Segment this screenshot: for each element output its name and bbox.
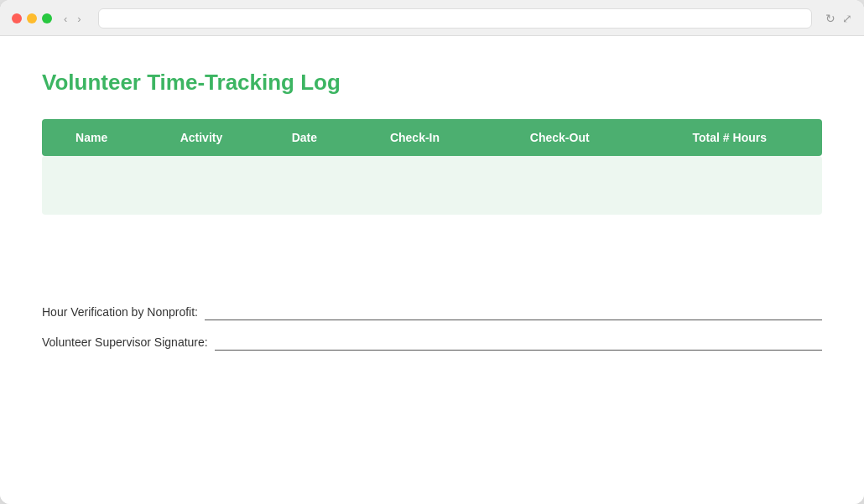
browser-chrome: ‹ › ↻ ⤢ (0, 0, 864, 36)
cell-date[interactable] (262, 156, 347, 215)
cell-checkout[interactable] (482, 215, 638, 273)
refresh-icon[interactable]: ↻ (825, 12, 835, 25)
col-header-checkin: Check-In (347, 119, 482, 156)
cell-checkin[interactable] (347, 156, 482, 215)
log-table: Name Activity Date Check-In Check-Out To… (42, 119, 822, 273)
cell-hours[interactable] (638, 215, 822, 273)
cell-activity[interactable] (141, 215, 261, 273)
maximize-button[interactable] (42, 13, 52, 23)
cell-activity[interactable] (141, 156, 261, 215)
back-button[interactable]: ‹ (60, 11, 70, 27)
minimize-button[interactable] (27, 13, 37, 23)
address-bar[interactable] (98, 8, 812, 29)
browser-content: Volunteer Time-Tracking Log Name Activit… (0, 36, 864, 504)
verification-label: Hour Verification by Nonprofit: (42, 305, 198, 319)
col-header-activity: Activity (141, 119, 261, 156)
cell-name[interactable] (42, 215, 141, 273)
verification-row: Hour Verification by Nonprofit: (42, 304, 822, 320)
table-header-row: Name Activity Date Check-In Check-Out To… (42, 119, 822, 156)
forward-button[interactable]: › (74, 11, 84, 27)
traffic-lights (12, 13, 52, 23)
signature-label: Volunteer Supervisor Signature: (42, 335, 208, 349)
cell-date[interactable] (262, 215, 347, 273)
form-section: Hour Verification by Nonprofit: Voluntee… (42, 304, 822, 351)
col-header-date: Date (262, 119, 347, 156)
table-row (42, 156, 822, 215)
cell-name[interactable] (42, 156, 141, 215)
browser-actions: ↻ ⤢ (825, 12, 852, 25)
close-button[interactable] (12, 13, 22, 23)
verification-input[interactable] (205, 304, 822, 320)
col-header-checkout: Check-Out (482, 119, 638, 156)
col-header-hours: Total # Hours (638, 119, 822, 156)
cell-checkin[interactable] (347, 215, 482, 273)
cell-checkout[interactable] (482, 156, 638, 215)
signature-input[interactable] (215, 334, 822, 351)
cell-hours[interactable] (638, 156, 822, 215)
nav-buttons: ‹ › (60, 11, 85, 27)
col-header-name: Name (42, 119, 141, 156)
signature-row: Volunteer Supervisor Signature: (42, 334, 822, 351)
table-row (42, 215, 822, 273)
page-title: Volunteer Time-Tracking Log (42, 70, 822, 96)
browser-window: ‹ › ↻ ⤢ Volunteer Time-Tracking Log Name… (0, 0, 864, 504)
expand-icon[interactable]: ⤢ (842, 12, 852, 25)
